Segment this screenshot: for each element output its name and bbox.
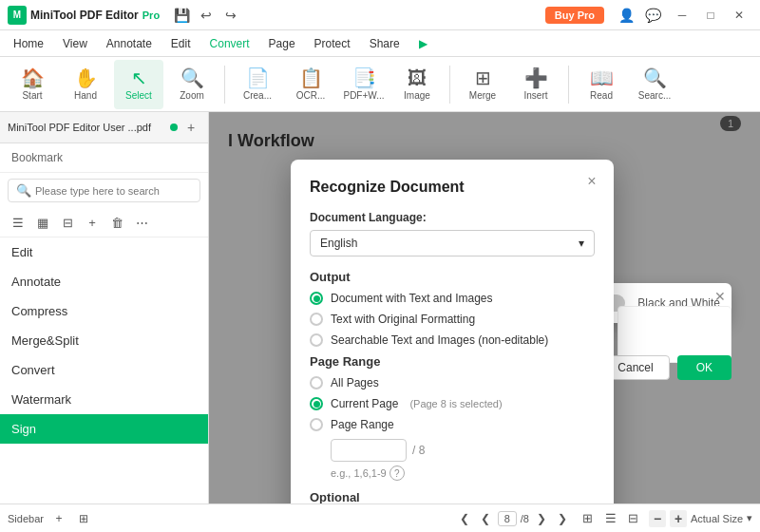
tool-image-label: Image — [404, 90, 430, 101]
range-help-icon[interactable]: ? — [390, 466, 405, 481]
menu-annotate[interactable]: Annotate — [97, 33, 162, 54]
pdfword-icon: 📑 — [352, 68, 376, 87]
sidebar-item-compress[interactable]: Compress — [0, 296, 208, 326]
minimize-button[interactable]: ─ — [669, 2, 695, 28]
last-page-button[interactable]: ❯ — [554, 510, 571, 527]
insert-icon: ➕ — [524, 68, 548, 87]
list-view-icon[interactable]: ☰ — [601, 509, 620, 528]
status-right: ⊞ ☰ ⊟ − + Actual Size ▾ — [579, 509, 752, 528]
tool-insert[interactable]: ➕ Insert — [511, 60, 560, 109]
tool-hand[interactable]: ✋ Hand — [61, 60, 110, 109]
search-input[interactable] — [35, 185, 192, 197]
menu-home[interactable]: Home — [4, 33, 53, 54]
tool-select[interactable]: ↖ Select — [114, 60, 163, 109]
first-page-button[interactable]: ❮ — [456, 510, 473, 527]
sidebar-item-annotate[interactable]: Annotate — [0, 267, 208, 296]
indent-icon[interactable]: ⊟ — [57, 212, 78, 233]
tool-zoom[interactable]: 🔍 Zoom — [167, 60, 217, 109]
sidebar-add-button[interactable]: + — [49, 509, 68, 528]
sidebar-item-edit[interactable]: Edit — [0, 238, 208, 267]
tool-merge[interactable]: ⊞ Merge — [458, 60, 507, 109]
sidebar-tools: ☰ ▦ ⊟ + 🗑 ⋯ — [0, 208, 208, 238]
inner-dialog-close[interactable]: ✕ — [714, 289, 726, 304]
dual-view-icon[interactable]: ⊟ — [624, 509, 643, 528]
output-radio-0[interactable] — [310, 292, 323, 305]
page-range-label: Page Range — [310, 354, 595, 369]
grid-view-icon[interactable]: ⊞ — [579, 509, 598, 528]
sidebar-item-mergesplit[interactable]: Merge&Split — [0, 326, 208, 355]
menu-share[interactable]: Share — [360, 33, 409, 54]
next-page-button[interactable]: ❯ — [533, 510, 550, 527]
delete-icon[interactable]: 🗑 — [106, 212, 127, 233]
language-select[interactable]: English ▾ — [310, 230, 595, 256]
zoom-out-button[interactable]: − — [649, 510, 666, 527]
add-icon[interactable]: + — [82, 212, 103, 233]
output-option-0[interactable]: Document with Text and Images — [310, 292, 595, 305]
zoom-in-button[interactable]: + — [670, 510, 687, 527]
page-range-label-2: Page Range — [331, 418, 394, 431]
grid-icon[interactable]: ▦ — [32, 212, 53, 233]
page-range-option-1[interactable]: Current Page (Page 8 is selected) — [310, 397, 595, 410]
tool-start-label: Start — [22, 90, 42, 101]
maximize-button[interactable]: □ — [697, 2, 724, 28]
menu-protect[interactable]: Protect — [305, 33, 360, 54]
optional-label: Optional — [310, 490, 360, 504]
page-range-radio-2[interactable] — [310, 418, 323, 431]
close-button[interactable]: ✕ — [726, 2, 752, 28]
add-tab-button[interactable]: + — [181, 118, 200, 137]
page-range-option-0[interactable]: All Pages — [310, 376, 595, 390]
tool-image[interactable]: 🖼 Image — [392, 60, 442, 109]
output-radio-2[interactable] — [310, 333, 323, 347]
output-option-1[interactable]: Text with Original Formatting — [310, 313, 595, 326]
title-bar: M MiniTool PDF Editor Pro 💾 ↩ ↪ Buy Pro … — [0, 0, 760, 30]
sidebar-item-convert[interactable]: Convert — [0, 355, 208, 385]
tool-pdfword[interactable]: 📑 PDF+W... — [339, 60, 389, 109]
toolbar-separator-2 — [449, 66, 450, 104]
tool-merge-label: Merge — [469, 90, 496, 101]
recognize-document-dialog: Recognize Document × Document Language: … — [291, 160, 614, 504]
hand-icon: ✋ — [74, 68, 98, 87]
sidebar-item-sign[interactable]: Sign — [0, 414, 208, 444]
zoom-level: Actual Size — [691, 513, 743, 524]
range-input-field[interactable]: 1 — [331, 439, 407, 462]
menu-page[interactable]: Page — [259, 33, 305, 54]
output-label-1: Text with Original Formatting — [331, 313, 475, 326]
output-option-2[interactable]: Searchable Text and Images (non-editable… — [310, 333, 595, 347]
save-icon[interactable]: 💾 — [171, 5, 192, 26]
optional-header: Optional — [310, 490, 595, 504]
page-range-radio-1[interactable] — [310, 397, 323, 410]
dialog-title: Recognize Document — [310, 179, 595, 196]
account-icon[interactable]: 👤 — [616, 5, 636, 26]
tool-ocr[interactable]: 📋 OCR... — [286, 60, 335, 109]
inner-ok-button[interactable]: OK — [677, 355, 732, 380]
more-icon[interactable]: ⋯ — [131, 212, 152, 233]
undo-icon[interactable]: ↩ — [196, 5, 217, 26]
search-box[interactable]: 🔍 — [8, 179, 200, 202]
sidebar-expand-button[interactable]: ⊞ — [74, 509, 93, 528]
sidebar-item-watermark[interactable]: Watermark — [0, 385, 208, 414]
window-controls: ─ □ ✕ — [669, 2, 752, 28]
output-radio-1[interactable] — [310, 313, 323, 326]
list-icon[interactable]: ☰ — [8, 212, 28, 233]
left-panel: MiniTool PDF Editor User ...pdf + Bookma… — [0, 112, 209, 504]
menu-more[interactable]: ▶ — [409, 33, 437, 54]
file-name: MiniTool PDF Editor User ...pdf — [8, 122, 166, 133]
page-range-radio-0[interactable] — [310, 376, 323, 390]
prev-page-button[interactable]: ❮ — [477, 510, 494, 527]
tool-read[interactable]: 📖 Read — [577, 60, 626, 109]
optional-section: Optional Choose where not to perform OCR… — [310, 490, 595, 504]
menu-convert[interactable]: Convert — [200, 33, 259, 54]
tool-start[interactable]: 🏠 Start — [8, 60, 57, 109]
menu-view[interactable]: View — [53, 33, 97, 54]
page-range-option-2[interactable]: Page Range — [310, 418, 595, 431]
menu-edit[interactable]: Edit — [162, 33, 200, 54]
redo-icon[interactable]: ↪ — [220, 5, 241, 26]
status-bar: Sidebar + ⊞ ❮ ❮ 8 /8 ❯ ❯ ⊞ ☰ ⊟ − + Actua… — [0, 504, 760, 532]
dialog-close-button[interactable]: × — [581, 171, 602, 192]
zoom-dropdown-arrow: ▾ — [747, 512, 752, 524]
tool-create[interactable]: 📄 Crea... — [233, 60, 282, 109]
buy-pro-button[interactable]: Buy Pro — [545, 7, 604, 24]
current-page-input[interactable]: 8 — [498, 511, 517, 526]
tool-search[interactable]: 🔍 Searc... — [630, 60, 679, 109]
chat-icon[interactable]: 💬 — [642, 5, 663, 26]
